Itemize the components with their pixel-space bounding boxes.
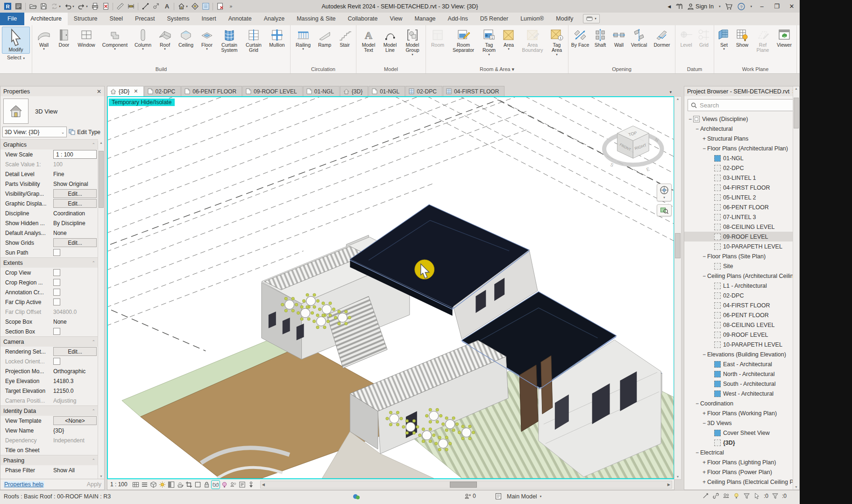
tab-close-icon[interactable]: ✕ — [134, 88, 138, 94]
section-phasing[interactable]: Phasing⌃ — [0, 455, 98, 465]
collapse-icon[interactable]: − — [701, 253, 707, 260]
measure-icon[interactable] — [115, 2, 125, 11]
editable-only-icon[interactable] — [702, 492, 709, 499]
browser-search-input[interactable]: Search — [688, 99, 796, 111]
panel-label-work-plane[interactable]: Work Plane — [715, 66, 796, 73]
shadows-icon[interactable] — [167, 481, 175, 489]
vertical-button[interactable]: Vertical — [628, 27, 650, 49]
ribbon-tab-massing-site[interactable]: Massing & Site — [291, 13, 341, 25]
ribbon-tab-structure[interactable]: Structure — [68, 13, 104, 25]
link-icon[interactable] — [712, 492, 719, 499]
select-toggle-icon[interactable] — [753, 492, 760, 499]
property-value[interactable]: Independent — [53, 437, 98, 444]
restore-button[interactable]: ❐ — [772, 3, 782, 10]
tree-item-elevations-building-elevation-[interactable]: −Elevations (Building Elevation) — [684, 349, 799, 359]
scale-icon[interactable] — [132, 481, 140, 489]
tree-item-09-roof-level[interactable]: 09-ROOF LEVEL — [684, 330, 799, 340]
editing-requests[interactable]: 0 — [465, 493, 476, 499]
property-value[interactable]: None — [53, 319, 98, 325]
view-tab--3d-[interactable]: {3D} — [340, 86, 368, 96]
tree-item-03-lintel-1[interactable]: 03-LINTEL 1 — [684, 173, 799, 183]
minimize-button[interactable]: – — [757, 3, 767, 10]
save-icon[interactable] — [39, 2, 48, 11]
close-doc-icon[interactable] — [101, 2, 110, 11]
section-extents[interactable]: Extents⌃ — [0, 257, 98, 268]
wall-button[interactable]: Wall▾ — [34, 27, 54, 51]
checkbox[interactable] — [53, 289, 60, 296]
value-input[interactable]: 1 : 100 — [53, 150, 97, 159]
property-value[interactable] — [53, 249, 98, 256]
zoom-button[interactable] — [657, 204, 672, 216]
ref-plane-icon[interactable] — [190, 2, 199, 11]
tree-item-06-pent-floor[interactable]: 06-PENT FLOOR — [684, 310, 799, 320]
collapse-icon[interactable]: − — [701, 145, 707, 152]
tree-item-07-lintel-3[interactable]: 07-LINTEL 3 — [684, 212, 799, 222]
ribbon-display-toggle[interactable]: ▾ — [583, 14, 600, 23]
property-value[interactable]: Adjusting — [53, 398, 98, 404]
tree-item-floor-plans-working-plan-[interactable]: +Floor Plans (Working Plan) — [684, 408, 799, 418]
tree-item-structural-plans[interactable]: +Structural Plans — [684, 134, 799, 143]
panel-label-datum[interactable]: Datum — [676, 66, 713, 73]
window-button[interactable]: Window — [74, 27, 99, 49]
tree-item-floor-plans-architectural-plan-[interactable]: −Floor Plans (Architectural Plan) — [684, 143, 799, 153]
property-value[interactable]: Orthographic — [53, 368, 98, 375]
checkbox[interactable] — [53, 279, 60, 286]
show-button[interactable]: Show — [732, 27, 752, 49]
ramp-button[interactable]: Ramp — [314, 27, 335, 49]
ribbon-tab-steel[interactable]: Steel — [104, 13, 129, 25]
expand-icon[interactable]: + — [701, 479, 707, 485]
ribbon-tab-analyze[interactable]: Analyze — [258, 13, 291, 25]
tree-item-views-discipline-[interactable]: −Views (Discipline) — [684, 114, 799, 124]
view-list-icon[interactable] — [201, 2, 210, 11]
curtain-system-button[interactable]: Curtain System — [217, 27, 242, 55]
expand-icon[interactable]: + — [701, 135, 707, 142]
ribbon-tab-annotate[interactable]: Annotate — [222, 13, 258, 25]
file-tab-icon[interactable] — [14, 2, 23, 11]
help-icon[interactable]: ? — [738, 3, 745, 10]
property-value[interactable]: Edit... — [53, 199, 98, 208]
detail-line-icon[interactable] — [141, 2, 150, 11]
sun-path-icon[interactable] — [158, 481, 166, 489]
revit-logo-icon[interactable]: R — [3, 2, 12, 11]
tree-item-floor-plans-lighting-plan-[interactable]: +Floor Plans (Lighting Plan) — [684, 457, 799, 467]
mullion-button[interactable]: Mullion — [265, 27, 289, 49]
select-dropdown[interactable]: Select ▾ — [0, 54, 31, 61]
tree-item-south-architectural[interactable]: South - Architectural — [684, 379, 799, 389]
ribbon-tab-view[interactable]: View — [384, 13, 409, 25]
view-tab--3d-[interactable]: {3D}✕ — [107, 86, 144, 96]
tree-item-09-roof-level[interactable]: 09-ROOF LEVEL — [684, 232, 799, 241]
main-model-label[interactable]: Main Model — [507, 493, 537, 500]
view-tab-06-pent-floor[interactable]: 06-PENT FLOOR — [181, 86, 242, 96]
collapse-icon[interactable]: − — [701, 351, 707, 358]
collapse-icon[interactable]: − — [694, 449, 700, 456]
view-tab-02-dpc[interactable]: 02-DPC — [405, 86, 442, 96]
column-button[interactable]: Column▾ — [131, 27, 155, 51]
home-icon[interactable]: ▾ — [177, 2, 189, 11]
section-camera[interactable]: Camera⌃ — [0, 336, 98, 347]
tree-item-02-dpc[interactable]: 02-DPC — [684, 163, 799, 173]
view-scale-button[interactable]: 1 : 100 — [109, 481, 130, 488]
filter-icon[interactable] — [772, 492, 779, 499]
property-value[interactable]: Fine — [53, 171, 98, 177]
property-value[interactable]: 304800.0 — [53, 309, 98, 315]
tree-item-ceiling-plans-electrical-ceiling-plar[interactable]: +Ceiling Plans (Electrical Ceiling Plar — [684, 477, 799, 487]
ribbon-tab-file[interactable]: File — [0, 13, 24, 25]
dormer-button[interactable]: Dormer — [650, 27, 674, 49]
checkbox[interactable] — [53, 298, 60, 305]
checkbox[interactable] — [53, 269, 60, 276]
search-icon[interactable] — [675, 3, 683, 10]
tag-icon[interactable] — [151, 2, 161, 11]
tree-item-08-ceiling-level[interactable]: 08-CEILING LEVEL — [684, 320, 799, 330]
property-value[interactable] — [53, 298, 98, 305]
panel-label-room-area[interactable]: Room & Area ▾ — [426, 66, 568, 73]
print-icon[interactable] — [90, 2, 99, 11]
collapse-search-icon[interactable]: ◀ — [667, 4, 671, 9]
worksharing-display-icon[interactable] — [229, 481, 237, 489]
property-value[interactable] — [53, 269, 98, 276]
crop-region-icon[interactable] — [194, 481, 202, 489]
set-button[interactable]: Set▾ — [716, 27, 732, 51]
checkbox[interactable] — [53, 249, 60, 256]
railing-button[interactable]: Railing▾ — [292, 27, 314, 51]
signin-caret-icon[interactable]: ▾ — [719, 5, 721, 8]
tree-item-architectural[interactable]: −Architectural — [684, 124, 799, 134]
